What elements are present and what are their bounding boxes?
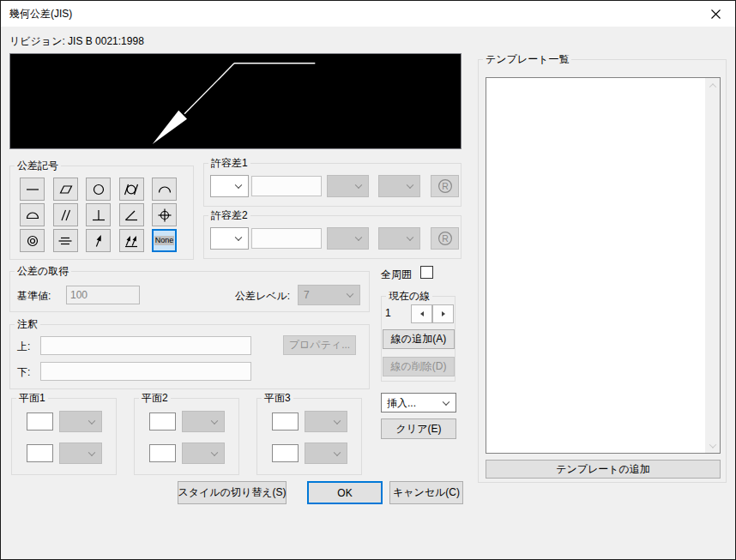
add-template-button[interactable]: テンプレートの追加 xyxy=(486,460,721,479)
all-around-checkbox[interactable] xyxy=(420,266,433,279)
tolerance-level-label: 公差レベル: xyxy=(235,289,290,304)
circled-r-icon: R xyxy=(437,178,454,195)
switch-style-button[interactable]: スタイルの切り替え(S) xyxy=(178,481,287,504)
chevron-down-icon xyxy=(235,182,242,189)
surface-profile-icon xyxy=(23,207,42,224)
chevron-down-icon xyxy=(235,234,242,241)
plane1-datum1-input[interactable] xyxy=(27,412,53,431)
angularity-icon xyxy=(122,207,141,224)
svg-text:R: R xyxy=(442,233,449,244)
position-icon xyxy=(155,207,174,224)
template-list-scrollbar[interactable] xyxy=(705,78,720,453)
tolerance1-modifier1-select xyxy=(327,175,369,197)
cancel-button[interactable]: キャンセル(C) xyxy=(389,481,463,504)
plane3-group-label: 平面3 xyxy=(262,392,293,404)
annotation-bottom-input[interactable] xyxy=(40,362,251,381)
cylindricity-icon xyxy=(122,181,141,198)
plane2-modifier1-select xyxy=(182,411,225,432)
annotation-group: 注釈 上: プロパティ... 下: xyxy=(9,324,370,389)
acquisition-group-label: 公差の取得 xyxy=(15,265,71,277)
plane3-group: 平面3 xyxy=(256,398,362,475)
chevron-down-icon xyxy=(211,449,218,455)
tolerance2-group: 許容差2 R xyxy=(203,215,462,259)
tolerance1-modifier2-select xyxy=(378,175,420,197)
plane2-modifier2-select xyxy=(182,443,225,464)
plane2-datum2-input[interactable] xyxy=(149,444,176,462)
clear-button[interactable]: クリア(E) xyxy=(381,418,456,439)
add-line-button[interactable]: 線の追加(A) xyxy=(383,329,455,349)
tolerance2-r-button: R xyxy=(431,227,459,250)
svg-text:R: R xyxy=(442,181,449,191)
plane3-modifier2-select xyxy=(305,443,347,464)
symbol-cylindricity-button[interactable] xyxy=(119,178,144,201)
all-around-label: 全周囲 xyxy=(381,268,412,282)
symbol-symmetry-button[interactable] xyxy=(53,229,78,252)
delete-line-button: 線の削除(D) xyxy=(383,357,455,376)
symbol-straightness-button[interactable] xyxy=(20,178,45,201)
tolerance1-zone-select[interactable] xyxy=(210,175,249,197)
symbol-angularity-button[interactable] xyxy=(119,203,144,226)
symbol-circular-runout-button[interactable] xyxy=(86,229,111,252)
tolerance1-value-input[interactable] xyxy=(251,176,322,196)
chevron-down-icon xyxy=(347,291,353,298)
symbol-concentricity-button[interactable] xyxy=(20,229,45,252)
plane1-group-label: 平面1 xyxy=(16,392,48,404)
right-arrow-icon xyxy=(442,311,445,316)
tolerance-level-select: 7 xyxy=(298,285,360,305)
scroll-down-button[interactable] xyxy=(705,438,720,453)
symbol-surface-profile-button[interactable] xyxy=(20,203,45,226)
symbol-circularity-button[interactable] xyxy=(86,178,111,201)
chevron-down-icon xyxy=(334,417,341,424)
chevron-down-icon xyxy=(355,182,362,189)
chevron-down-icon xyxy=(211,417,218,424)
window-title: 幾何公差(JIS) xyxy=(9,1,72,27)
close-button[interactable] xyxy=(697,1,735,27)
scroll-down-icon xyxy=(709,441,715,448)
symbol-total-runout-button[interactable] xyxy=(119,229,144,252)
symbol-parallelism-button[interactable] xyxy=(53,203,78,226)
straightness-icon xyxy=(23,181,42,198)
symmetry-icon xyxy=(56,232,75,250)
perpendicularity-icon xyxy=(89,207,108,224)
circularity-icon xyxy=(89,181,108,198)
template-list[interactable] xyxy=(486,77,721,454)
template-list-group: テンプレート一覧 テンプレートの追加 xyxy=(478,59,727,483)
insert-select[interactable]: 挿入... xyxy=(381,393,456,412)
next-line-button[interactable] xyxy=(432,304,454,323)
concentricity-icon xyxy=(23,232,42,250)
symbol-none-button[interactable]: None xyxy=(152,229,177,252)
plane2-datum1-input[interactable] xyxy=(149,412,176,431)
plane3-modifier1-select xyxy=(305,411,347,432)
chevron-down-icon xyxy=(88,449,95,455)
geometric-tolerance-dialog: 幾何公差(JIS) リビジョン: JIS B 0021:1998 公差記号 No… xyxy=(0,0,736,560)
symbol-position-button[interactable] xyxy=(152,203,177,226)
tolerance2-group-label: 許容差2 xyxy=(208,209,250,221)
scroll-up-button[interactable] xyxy=(705,78,720,93)
annotation-top-input[interactable] xyxy=(40,336,251,355)
tolerance2-zone-select[interactable] xyxy=(210,227,249,250)
plane1-datum2-input[interactable] xyxy=(27,444,53,462)
tolerance2-modifier1-select xyxy=(327,227,369,250)
current-line-group-label: 現在の線 xyxy=(386,290,432,302)
plane1-modifier2-select xyxy=(59,443,102,464)
ok-button[interactable]: OK xyxy=(307,481,383,504)
left-arrow-icon xyxy=(420,311,424,316)
plane2-group: 平面2 xyxy=(134,398,239,475)
plane2-group-label: 平面2 xyxy=(139,392,171,404)
previous-line-button[interactable] xyxy=(411,304,432,323)
tolerance-acquisition-group: 公差の取得 基準値: 公差レベル: 7 xyxy=(9,271,370,312)
preview-canvas xyxy=(9,53,462,149)
symbol-grid: None xyxy=(10,166,193,259)
base-value-input[interactable] xyxy=(66,286,140,304)
title-bar: 幾何公差(JIS) xyxy=(1,1,735,27)
base-value-label: 基準値: xyxy=(17,289,51,304)
template-list-group-label: テンプレート一覧 xyxy=(483,53,571,65)
plane3-datum1-input[interactable] xyxy=(272,412,299,431)
symbol-line-profile-button[interactable] xyxy=(152,178,177,201)
symbol-flatness-button[interactable] xyxy=(53,178,78,201)
tolerance1-group: 許容差1 R xyxy=(203,163,462,207)
tolerance2-value-input[interactable] xyxy=(251,228,322,249)
chevron-down-icon xyxy=(334,449,341,455)
symbol-perpendicularity-button[interactable] xyxy=(86,203,111,226)
plane3-datum2-input[interactable] xyxy=(272,444,299,462)
